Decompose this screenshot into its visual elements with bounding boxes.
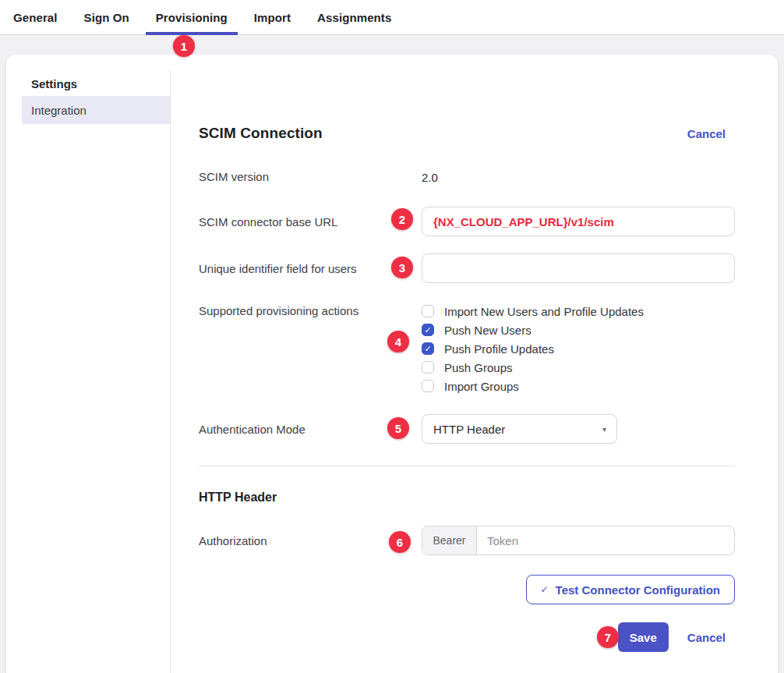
scim-version-label: SCIM version bbox=[199, 169, 422, 185]
base-url-row: SCIM connector base URL bbox=[199, 207, 735, 236]
tab-general[interactable]: General bbox=[0, 0, 71, 34]
step-badge-7: 7 bbox=[597, 626, 619, 648]
auth-mode-select[interactable]: HTTP Header ▾ bbox=[422, 414, 617, 444]
step-badge-6: 6 bbox=[389, 531, 411, 553]
auth-mode-row: Authentication Mode HTTP Header ▾ bbox=[199, 414, 735, 444]
section-divider bbox=[199, 466, 735, 466]
sidebar-heading: Settings bbox=[31, 76, 170, 92]
tab-provisioning-label: Provisioning bbox=[156, 11, 228, 24]
checkbox-label: Import New Users and Profile Updates bbox=[444, 305, 644, 318]
scim-version-row: SCIM version 2.0 bbox=[199, 168, 735, 186]
step-badge-2: 2 bbox=[391, 208, 413, 230]
authorization-input-group: Bearer bbox=[422, 526, 735, 555]
scim-version-value: 2.0 bbox=[422, 171, 735, 184]
provisioning-actions-label: Supported provisioning actions bbox=[199, 302, 422, 319]
unique-id-label: Unique identifier field for users bbox=[199, 253, 422, 277]
check-icon: ✓ bbox=[424, 326, 431, 335]
cancel-link-top[interactable]: Cancel bbox=[687, 127, 726, 140]
checkbox-label: Push New Users bbox=[444, 324, 531, 337]
checkbox-import-new-users[interactable]: ✓ Import New Users and Profile Updates bbox=[422, 302, 735, 321]
save-button[interactable]: Save bbox=[618, 622, 669, 652]
cancel-link-bottom[interactable]: Cancel bbox=[687, 631, 726, 644]
unique-id-row: Unique identifier field for users bbox=[199, 253, 735, 283]
test-connector-configuration-label: Test Connector Configuration bbox=[556, 583, 720, 597]
tab-sign-on-label: Sign On bbox=[84, 11, 129, 24]
settings-sidebar: Settings Integration bbox=[6, 55, 170, 124]
auth-mode-selected-value: HTTP Header bbox=[433, 423, 505, 436]
unique-id-input[interactable] bbox=[422, 253, 735, 283]
checkbox-icon[interactable]: ✓ bbox=[422, 380, 434, 392]
checkbox-icon[interactable]: ✓ bbox=[422, 305, 434, 317]
check-icon: ✓ bbox=[541, 584, 549, 595]
bearer-prefix: Bearer bbox=[422, 526, 477, 554]
tab-import[interactable]: Import bbox=[241, 0, 304, 34]
step-badge-4: 4 bbox=[387, 331, 409, 352]
step-badge-1: 1 bbox=[173, 35, 195, 57]
tab-assignments-label: Assignments bbox=[317, 11, 391, 24]
provisioning-actions-row: Supported provisioning actions ✓ Import … bbox=[199, 302, 735, 395]
tab-general-label: General bbox=[13, 11, 58, 24]
sidebar-divider bbox=[170, 70, 171, 673]
provisioning-card: Settings Integration SCIM Connection Can… bbox=[6, 55, 778, 673]
checkbox-push-new-users[interactable]: ✓ Push New Users bbox=[422, 321, 735, 339]
tab-provisioning[interactable]: Provisioning bbox=[143, 0, 241, 34]
token-input[interactable] bbox=[477, 526, 734, 554]
sidebar-item-integration[interactable]: Integration bbox=[22, 96, 170, 124]
tab-import-label: Import bbox=[254, 11, 291, 24]
scim-connection-form: SCIM Connection Cancel SCIM version 2.0 … bbox=[199, 55, 735, 652]
checkbox-icon[interactable]: ✓ bbox=[422, 324, 434, 336]
checkbox-push-profile-updates[interactable]: ✓ Push Profile Updates bbox=[422, 339, 735, 358]
http-header-section-heading: HTTP Header bbox=[199, 491, 735, 508]
base-url-label: SCIM connector base URL bbox=[199, 207, 422, 230]
sidebar-item-label: Integration bbox=[31, 104, 87, 117]
tab-sign-on[interactable]: Sign On bbox=[71, 0, 143, 34]
checkbox-icon[interactable]: ✓ bbox=[422, 342, 434, 355]
active-tab-underline bbox=[146, 32, 238, 35]
checkbox-import-groups[interactable]: ✓ Import Groups bbox=[422, 377, 735, 395]
checkbox-label: Import Groups bbox=[444, 380, 519, 393]
checkbox-label: Push Profile Updates bbox=[444, 342, 554, 356]
step-badge-5: 5 bbox=[387, 417, 409, 439]
page-title: SCIM Connection bbox=[199, 125, 323, 142]
checkbox-push-groups[interactable]: ✓ Push Groups bbox=[422, 358, 735, 377]
app-tab-bar: General Sign On Provisioning Import Assi… bbox=[0, 0, 784, 35]
checkbox-icon[interactable]: ✓ bbox=[422, 361, 434, 374]
check-icon: ✓ bbox=[424, 345, 431, 353]
authorization-row: Authorization Bearer bbox=[199, 526, 735, 555]
step-badge-3: 3 bbox=[391, 257, 413, 278]
tab-assignments[interactable]: Assignments bbox=[304, 0, 404, 34]
test-connector-configuration-button[interactable]: ✓ Test Connector Configuration bbox=[526, 575, 735, 604]
checkbox-label: Push Groups bbox=[444, 361, 513, 374]
chevron-down-icon: ▾ bbox=[602, 425, 606, 434]
base-url-input[interactable] bbox=[422, 207, 735, 236]
authorization-label: Authorization bbox=[199, 526, 422, 549]
